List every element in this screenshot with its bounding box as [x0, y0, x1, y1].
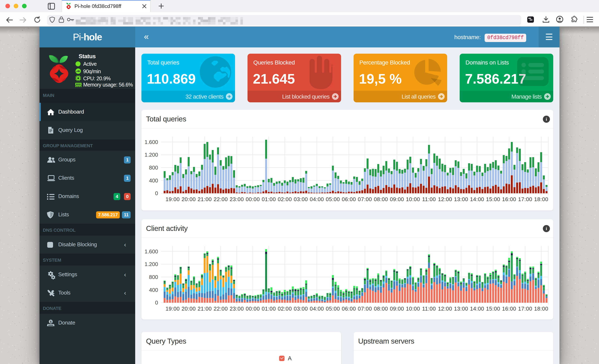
svg-text:800: 800: [149, 165, 158, 171]
svg-text:03:00: 03:00: [294, 196, 308, 202]
svg-text:15:00: 15:00: [486, 196, 500, 202]
svg-text:07:00: 07:00: [358, 306, 372, 312]
svg-text:20:00: 20:00: [182, 196, 196, 202]
svg-text:01:00: 01:00: [262, 306, 276, 312]
svg-text:08:00: 08:00: [374, 306, 388, 312]
svg-text:14:00: 14:00: [470, 306, 484, 312]
svg-text:12:00: 12:00: [438, 306, 452, 312]
svg-text:12:00: 12:00: [438, 196, 452, 202]
svg-text:01:00: 01:00: [262, 196, 276, 202]
svg-text:07:00: 07:00: [358, 196, 372, 202]
svg-text:1.200: 1.200: [145, 261, 158, 267]
svg-text:1.600: 1.600: [145, 139, 158, 145]
svg-text:16:00: 16:00: [502, 306, 516, 312]
svg-text:21:00: 21:00: [198, 306, 212, 312]
svg-text:0: 0: [155, 300, 158, 306]
svg-text:03:00: 03:00: [294, 306, 308, 312]
svg-text:02:00: 02:00: [278, 196, 292, 202]
svg-text:10:00: 10:00: [406, 196, 420, 202]
svg-text:00:00: 00:00: [246, 306, 260, 312]
svg-text:06:00: 06:00: [342, 306, 356, 312]
svg-text:00:00: 00:00: [246, 196, 260, 202]
svg-text:15:00: 15:00: [486, 306, 500, 312]
svg-text:13:00: 13:00: [454, 306, 468, 312]
svg-text:08:00: 08:00: [374, 196, 388, 202]
svg-text:20:00: 20:00: [182, 306, 196, 312]
svg-text:22:00: 22:00: [214, 306, 228, 312]
svg-text:16:00: 16:00: [502, 196, 516, 202]
svg-text:1.600: 1.600: [145, 248, 158, 255]
svg-text:400: 400: [149, 178, 158, 184]
svg-text:13:00: 13:00: [454, 196, 468, 202]
svg-text:22:00: 22:00: [214, 196, 228, 202]
svg-text:800: 800: [149, 274, 158, 280]
svg-text:06:00: 06:00: [342, 196, 356, 202]
svg-text:21:00: 21:00: [198, 196, 212, 202]
svg-text:05:00: 05:00: [326, 196, 340, 202]
svg-text:23:00: 23:00: [230, 196, 244, 202]
svg-text:17:00: 17:00: [518, 196, 532, 202]
svg-text:19:00: 19:00: [166, 306, 180, 312]
svg-text:14:00: 14:00: [470, 196, 484, 202]
svg-text:17:00: 17:00: [518, 306, 532, 312]
svg-text:02:00: 02:00: [278, 306, 292, 312]
svg-text:09:00: 09:00: [390, 196, 404, 202]
svg-text:18:00: 18:00: [534, 196, 548, 202]
svg-text:23:00: 23:00: [230, 306, 244, 312]
svg-text:04:00: 04:00: [310, 196, 324, 202]
svg-text:1.200: 1.200: [145, 152, 158, 158]
svg-text:10:00: 10:00: [406, 306, 420, 312]
svg-text:18:00: 18:00: [534, 306, 548, 312]
svg-text:09:00: 09:00: [390, 306, 404, 312]
svg-text:0: 0: [155, 190, 158, 196]
svg-text:400: 400: [149, 287, 158, 293]
svg-text:11:00: 11:00: [422, 306, 436, 312]
svg-text:11:00: 11:00: [422, 196, 436, 202]
svg-text:05:00: 05:00: [326, 306, 340, 312]
svg-text:19:00: 19:00: [166, 196, 180, 202]
svg-text:04:00: 04:00: [310, 306, 324, 312]
svg-text:$: $: [50, 320, 52, 323]
